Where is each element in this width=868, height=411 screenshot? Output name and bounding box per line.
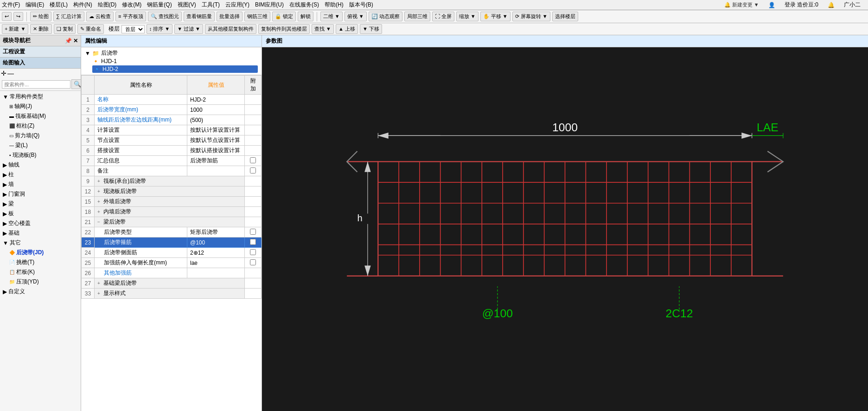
comp-child1-row[interactable]: 🔸 HJD-1 — [92, 58, 258, 64]
prop-value-3[interactable]: (500) — [187, 115, 245, 125]
prop-value-2[interactable]: 1000 — [187, 105, 245, 115]
dynamic-obs-btn[interactable]: 🔄 动态观察 — [369, 12, 402, 21]
top-view-btn[interactable]: 俯视 ▼ — [345, 12, 367, 21]
rotate-btn[interactable]: ⟳ 屏幕旋转 ▼ — [512, 12, 550, 21]
sidebar-item-beam[interactable]: —梁(L) — [7, 141, 80, 150]
sort-btn[interactable]: ↕ 排序 ▼ — [147, 24, 173, 34]
undo-btn[interactable]: ↩ — [2, 12, 12, 21]
tree-group-hollow[interactable]: ▶ 空心楼盖 — [1, 218, 80, 228]
expand-21[interactable]: − — [97, 219, 100, 225]
sidebar-item-coping[interactable]: 📁压顶(YD) — [7, 277, 80, 287]
sidebar-section-settings[interactable]: 工程设置 — [0, 46, 81, 58]
unlock-btn[interactable]: 解锁 — [298, 12, 313, 21]
menu-view[interactable]: 视图(V) — [178, 1, 196, 9]
prop-value-6[interactable]: 按默认搭接设置计算 — [187, 146, 245, 156]
prop-name-3[interactable]: 轴线距后浇带左边线距离(mm) — [95, 115, 187, 125]
tree-group-beam[interactable]: ▶ 梁 — [1, 199, 80, 209]
prop-value-22[interactable]: 矩形后浇带 — [187, 227, 245, 238]
calc-btn[interactable]: ∑ 汇总计算 — [53, 12, 84, 21]
rebar-3d-btn[interactable]: 钢筋三维 — [244, 12, 270, 21]
prop-group-12[interactable]: + 现浇板后浇带 — [95, 186, 245, 197]
prop-group-18[interactable]: + 内墙后浇带 — [95, 207, 245, 217]
prop-name-24[interactable]: 后浇带侧面筋 — [95, 248, 187, 258]
prop-name-22[interactable]: 后浇带类型 — [95, 227, 187, 238]
batch-select-btn[interactable]: 批量选择 — [217, 12, 243, 21]
zoom-btn[interactable]: 缩放 ▼ — [456, 12, 479, 21]
prop-name-7[interactable]: 汇总信息 — [95, 156, 187, 166]
prop-extra-7[interactable] — [245, 156, 262, 166]
prop-value-4[interactable]: 按默认计算设置计算 — [187, 125, 245, 135]
select-floor-btn[interactable]: 选择楼层 — [552, 12, 578, 21]
checkbox-24[interactable] — [250, 249, 256, 255]
copy-to-floor-btn[interactable]: 复制构件到其他楼层 — [258, 24, 310, 34]
local-3d-btn[interactable]: 局部三维 — [404, 12, 430, 21]
align-top-btn[interactable]: ≡ 平齐板顶 — [115, 12, 146, 21]
draw-btn[interactable]: ✏ 绘图 — [30, 12, 51, 21]
prop-extra-8[interactable] — [245, 166, 262, 176]
prop-extra-24[interactable] — [245, 248, 262, 258]
prop-value-25[interactable]: lae — [187, 258, 245, 268]
sidebar-item-railing[interactable]: 📋栏板(K) — [7, 267, 80, 277]
menu-rebar[interactable]: 钢筋量(Q) — [147, 1, 172, 9]
sidebar-item-axis[interactable]: ⊞轴网(J) — [7, 102, 80, 111]
prop-name-25[interactable]: 加强筋伸入每侧长度(mm) — [95, 258, 187, 268]
prop-value-26[interactable] — [187, 268, 245, 278]
find-btn[interactable]: 🔍 查找图元 — [148, 12, 182, 21]
new-btn[interactable]: + 新建 ▼ — [2, 24, 28, 34]
move-up-btn[interactable]: ▲ 上移 — [336, 24, 358, 34]
user-name[interactable]: 广小二 — [844, 1, 861, 9]
menu-bim[interactable]: BIM应用(U) — [255, 1, 284, 9]
filter-btn[interactable]: ▼ 过滤 ▼ — [174, 24, 203, 34]
search-button[interactable]: 🔍 — [71, 79, 81, 89]
checkbox-7[interactable] — [250, 157, 256, 163]
prop-value-23[interactable]: @100 — [187, 238, 245, 248]
prop-extra-22[interactable] — [245, 227, 262, 238]
floor-select[interactable]: 首层 — [121, 25, 145, 33]
checkbox-25[interactable] — [250, 259, 256, 265]
prop-name-23[interactable]: 后浇带箍筋 — [95, 238, 187, 248]
prop-name-4[interactable]: 计算设置 — [95, 125, 187, 135]
checkbox-8[interactable] — [250, 167, 256, 173]
sidebar-item-slab[interactable]: ▪现浇板(B) — [7, 150, 80, 160]
expand-18[interactable]: + — [97, 209, 100, 214]
redo-btn[interactable]: ↪ — [13, 12, 23, 21]
prop-name-8[interactable]: 备注 — [95, 166, 187, 176]
menu-tools[interactable]: 工具(T) — [202, 1, 220, 9]
prop-name-1[interactable]: 名称 — [95, 95, 187, 105]
fullscreen-btn[interactable]: ⛶ 全屏 — [432, 12, 454, 21]
delete-btn[interactable]: ✕ 删除 — [30, 24, 51, 34]
menu-cloud[interactable]: 云应用(Y) — [225, 1, 249, 9]
tree-group-slab[interactable]: ▶ 板 — [1, 209, 80, 218]
expand-9[interactable]: + — [97, 179, 100, 184]
prop-extra-23[interactable] — [245, 238, 262, 248]
menu-online[interactable]: 在线服务(S) — [289, 1, 319, 9]
sidebar-section-draw[interactable]: 绘图输入 — [0, 58, 81, 69]
icon-minus[interactable]: — — [7, 70, 14, 77]
tree-group-other[interactable]: ▼ 其它 — [1, 238, 80, 248]
new-change-btn[interactable]: 🔔 新建变更 ▼ — [724, 1, 759, 8]
cloud-check-btn[interactable]: ☁ 云检查 — [86, 12, 114, 21]
expand-15[interactable]: + — [97, 199, 100, 204]
find-element-btn[interactable]: 查找 ▼ — [312, 24, 334, 34]
menu-modify[interactable]: 修改(M) — [122, 1, 141, 9]
prop-group-15[interactable]: + 外墙后浇带 — [95, 197, 245, 207]
sidebar-item-column[interactable]: ⬛框柱(Z) — [7, 121, 80, 131]
tree-collapse-icon[interactable]: ▼ — [85, 50, 90, 57]
tree-group-col[interactable]: ▶ 柱 — [1, 170, 80, 180]
icon-arrow[interactable]: ✛ — [1, 70, 6, 77]
menu-file[interactable]: 文件(F) — [2, 1, 20, 9]
prop-name-2[interactable]: 后浇带宽度(mm) — [95, 105, 187, 115]
tree-group-foundation[interactable]: ▶ 基础 — [1, 228, 80, 238]
prop-extra-25[interactable] — [245, 258, 262, 268]
prop-group-33[interactable]: + 显示样式 — [95, 289, 245, 299]
sidebar-item-shearwall[interactable]: ▭剪力墙(Q) — [7, 131, 80, 141]
prop-value-1[interactable]: HJD-2 — [187, 95, 245, 105]
prop-value-5[interactable]: 按默认节点设置计算 — [187, 135, 245, 146]
checkbox-22[interactable] — [250, 229, 256, 235]
prop-value-24[interactable]: 2⊕12 — [187, 248, 245, 258]
pan-btn[interactable]: ✋ 平移 ▼ — [480, 12, 511, 21]
login-btn[interactable]: 登录 造价豆:0 — [785, 1, 818, 9]
search-input[interactable] — [2, 80, 70, 89]
tree-group-axisline[interactable]: ▶ 轴线 — [1, 160, 80, 170]
menu-floor[interactable]: 楼层(L) — [50, 1, 68, 9]
